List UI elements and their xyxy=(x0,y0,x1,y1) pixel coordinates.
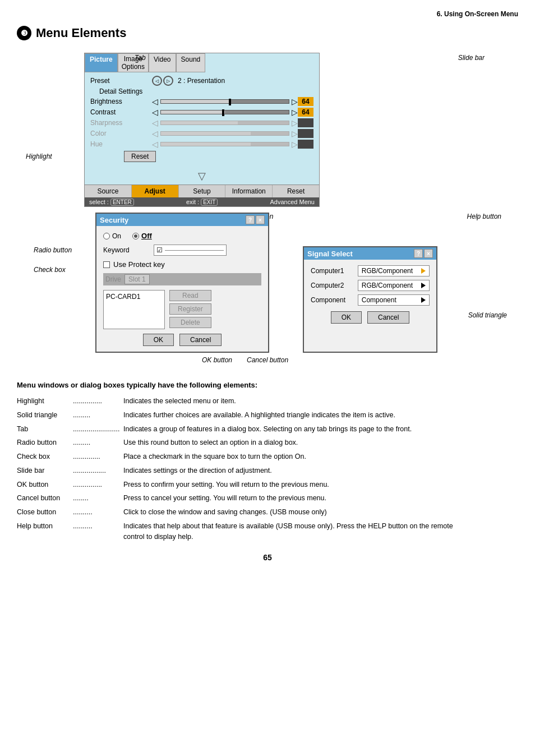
preset-value: 2 : Presentation xyxy=(178,77,225,85)
security-dialog: Security ? × On Off xyxy=(95,213,269,353)
signal-close-btn[interactable]: × xyxy=(424,249,433,258)
tab-picture[interactable]: Picture xyxy=(85,53,118,72)
osd-nav-bar: Source Adjust Setup Information Reset xyxy=(85,185,319,197)
section-number: ❸ xyxy=(17,26,31,40)
radio-on-input[interactable] xyxy=(103,233,110,239)
security-title: Security xyxy=(100,216,128,224)
brightness-value: 64 xyxy=(298,97,313,106)
security-help-btn[interactable]: ? xyxy=(246,215,255,224)
contrast-row: Contrast ◁ ▷ 64 xyxy=(90,108,313,117)
hue-arrow-left: ◁ xyxy=(152,140,158,149)
keyword-input[interactable]: ☑ xyxy=(154,245,227,256)
osd-status-bar: select : ENTER exit : EXIT Advanced Menu xyxy=(85,197,319,206)
keyword-label: Keyword xyxy=(103,246,154,254)
solid-triangle-label: Solid triangle xyxy=(468,311,507,319)
detail-settings-label: Detail Settings xyxy=(90,87,152,95)
brightness-slider[interactable] xyxy=(160,99,289,104)
radio-off: Off xyxy=(132,232,152,240)
reset-button[interactable]: Reset xyxy=(124,151,156,162)
security-close-btn[interactable]: × xyxy=(256,215,265,224)
ok-button-label: OK button xyxy=(202,356,232,364)
signal-help-btn[interactable]: ? xyxy=(414,249,423,258)
security-ok-button[interactable]: OK xyxy=(143,334,174,346)
brightness-thumb xyxy=(229,99,231,105)
sharpness-value xyxy=(298,118,313,127)
contrast-arrow-left: ◁ xyxy=(152,108,158,117)
tab-video[interactable]: Video xyxy=(149,53,176,72)
security-cancel-button[interactable]: Cancel xyxy=(179,334,222,346)
delete-button[interactable]: Delete xyxy=(169,317,211,328)
enter-button-label: ENTER xyxy=(110,199,134,206)
osd-menu: Picture Image Options Video Sound Preset… xyxy=(84,53,320,207)
desc-tab: Tab ........................ Indicates a… xyxy=(17,424,518,435)
signal-body: Computer1 RGB/Component Computer2 RGB/Co… xyxy=(304,260,436,329)
computer2-select[interactable]: RGB/Component xyxy=(358,280,430,291)
hue-slider-area: ◁ ▷ xyxy=(152,140,298,149)
cancel-button-label: Cancel button xyxy=(247,356,288,364)
brightness-arrow-right: ▷ xyxy=(292,97,298,106)
nav-adjust[interactable]: Adjust xyxy=(132,185,179,197)
computer1-label: Computer1 xyxy=(311,267,358,275)
tab-sound[interactable]: Sound xyxy=(176,53,206,72)
keyword-row: Keyword ☑ xyxy=(103,245,261,256)
sharpness-fill xyxy=(161,121,238,125)
detail-settings-row: Detail Settings xyxy=(90,87,313,95)
use-protect-checkbox[interactable] xyxy=(103,261,110,268)
advanced-menu-label: Advanced Menu xyxy=(270,199,315,205)
preset-icons: ◁ ▷ xyxy=(152,76,173,86)
color-arrow-left: ◁ xyxy=(152,129,158,138)
signal-ok-button[interactable]: OK xyxy=(331,311,362,324)
computer2-row: Computer2 RGB/Component xyxy=(311,280,430,291)
security-ok-row: OK Cancel xyxy=(103,334,261,346)
radio-on-label: On xyxy=(112,232,121,240)
computer2-label: Computer2 xyxy=(311,282,358,289)
sharpness-row: Sharpness ◁ ▷ xyxy=(90,118,313,127)
hue-slider xyxy=(160,142,289,146)
register-button[interactable]: Register xyxy=(169,303,211,315)
contrast-slider[interactable] xyxy=(160,110,289,114)
contrast-label: Contrast xyxy=(90,108,152,116)
section-title-text: Menu Elements xyxy=(36,26,126,40)
desc-radio-button: Radio button ......... Use this round bu… xyxy=(17,437,518,448)
contrast-arrow-right: ▷ xyxy=(292,108,298,117)
slot-select[interactable]: Slot 1 xyxy=(124,274,150,284)
signal-select-dialog: Signal Select ? × Computer1 RGB/Componen… xyxy=(303,246,437,353)
component-row: Component Component xyxy=(311,294,430,306)
signal-title: Signal Select xyxy=(307,250,353,258)
security-titlebar-buttons: ? × xyxy=(246,215,265,224)
use-protect-label: Use Protect key xyxy=(113,260,165,269)
brightness-arrow-left: ◁ xyxy=(152,97,158,106)
sharpness-slider xyxy=(160,121,289,125)
security-titlebar: Security ? × xyxy=(96,214,268,226)
pccard-buttons: Read Register Delete xyxy=(169,290,211,328)
signal-cancel-button[interactable]: Cancel xyxy=(367,311,409,324)
nav-source[interactable]: Source xyxy=(85,185,132,197)
nav-information[interactable]: Information xyxy=(225,185,273,197)
component-label: Component xyxy=(311,296,358,304)
computer1-select[interactable]: RGB/Component xyxy=(358,265,430,276)
down-arrow-icon: ▽ xyxy=(198,170,206,182)
read-button[interactable]: Read xyxy=(169,290,211,301)
desc-help-button: Help button .......... Indicates that he… xyxy=(17,521,518,542)
contrast-thumb xyxy=(222,109,224,116)
contrast-slider-area: ◁ ▷ xyxy=(152,108,298,117)
nav-setup[interactable]: Setup xyxy=(179,185,226,197)
page-number: 65 xyxy=(0,553,535,562)
signal-titlebar-buttons: ? × xyxy=(414,249,433,258)
nav-reset[interactable]: Reset xyxy=(273,185,319,197)
computer1-row: Computer1 RGB/Component xyxy=(311,265,430,276)
desc-close-button: Close button .......... Click to close t… xyxy=(17,507,518,518)
desc-check-box: Check box .............. Place a checkma… xyxy=(17,451,518,462)
header-title: 6. Using On-Screen Menu xyxy=(437,10,518,18)
radio-off-input[interactable] xyxy=(132,233,139,239)
preset-icon-left: ◁ xyxy=(152,76,162,86)
sharpness-arrow-left: ◁ xyxy=(152,118,158,127)
desc-cancel-button: Cancel button ........ Press to cancel y… xyxy=(17,493,518,504)
dialogs-section: Radio button Check box Close button Help… xyxy=(17,213,518,353)
top-diagram: Tab Slide bar Picture Image Options Vide… xyxy=(17,53,518,207)
desc-slide-bar: Slide bar ................. Indicates se… xyxy=(17,465,518,476)
color-arrow-right: ▷ xyxy=(292,129,298,138)
reset-row: Highlight Reset xyxy=(90,151,313,162)
contrast-fill xyxy=(161,110,225,114)
component-select[interactable]: Component xyxy=(358,294,430,306)
